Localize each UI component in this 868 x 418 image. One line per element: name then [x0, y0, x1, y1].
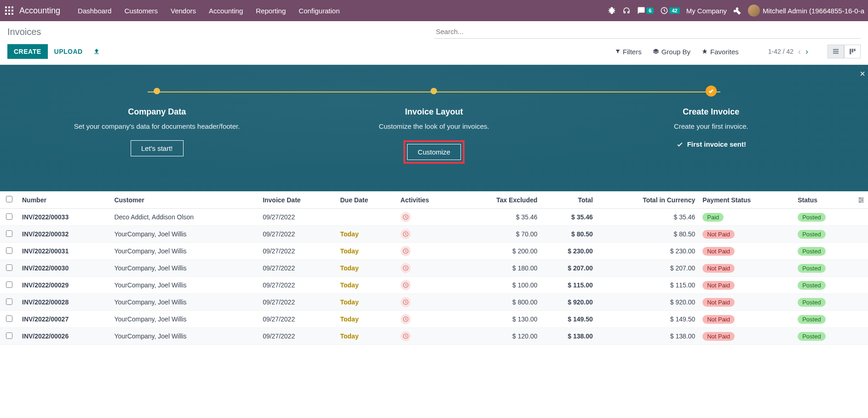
clock-icon[interactable]: [401, 297, 411, 307]
select-all-checkbox[interactable]: [6, 196, 12, 202]
cell-customer: YourCompany, Joel Willis: [110, 311, 259, 328]
step-done-text: First invoice sent!: [624, 140, 799, 148]
col-due-date[interactable]: Due Date: [337, 191, 397, 209]
cell-invoice-date: 09/27/2022: [259, 277, 336, 294]
cell-activities: [397, 209, 459, 226]
row-checkbox[interactable]: [6, 315, 12, 322]
clock-icon[interactable]: [401, 280, 411, 290]
company-switcher[interactable]: My Company: [686, 7, 727, 15]
nav-item-vendors[interactable]: Vendors: [164, 1, 202, 20]
row-checkbox[interactable]: [6, 281, 12, 288]
row-checkbox[interactable]: [6, 298, 12, 305]
nav-item-dashboard[interactable]: Dashboard: [71, 1, 118, 20]
apps-icon[interactable]: [4, 5, 15, 16]
clock-icon[interactable]: [401, 212, 411, 222]
table-row[interactable]: INV/2022/00033Deco Addict, Addison Olson…: [0, 209, 868, 226]
svg-rect-17: [858, 198, 864, 198]
col-number[interactable]: Number: [18, 191, 110, 209]
col-payment-status[interactable]: Payment Status: [699, 191, 794, 209]
nav-item-configuration[interactable]: Configuration: [292, 1, 346, 20]
table-row[interactable]: INV/2022/00027YourCompany, Joel Willis09…: [0, 311, 868, 328]
due-date-value: Today: [340, 298, 359, 306]
user-menu[interactable]: Mitchell Admin (19664855-16-0-a: [748, 5, 864, 17]
cell-customer: Deco Addict, Addison Olson: [110, 209, 259, 226]
cell-number: INV/2022/00026: [18, 328, 110, 345]
cell-total-currency: $ 230.00: [597, 243, 699, 260]
table-row[interactable]: INV/2022/00026YourCompany, Joel Willis09…: [0, 328, 868, 345]
row-checkbox[interactable]: [6, 230, 12, 237]
nav-item-customers[interactable]: Customers: [118, 1, 164, 20]
svg-rect-2: [11, 6, 13, 8]
table-row[interactable]: INV/2022/00031YourCompany, Joel Willis09…: [0, 243, 868, 260]
column-settings-icon[interactable]: [854, 191, 868, 209]
payment-badge: Not Paid: [702, 281, 735, 290]
list-view-button[interactable]: [828, 45, 844, 58]
favorites-label: Favorites: [710, 48, 739, 56]
clock-icon[interactable]: [401, 314, 411, 324]
cell-invoice-date: 09/27/2022: [259, 294, 336, 311]
col-status[interactable]: Status: [794, 191, 854, 209]
svg-rect-19: [858, 201, 864, 202]
row-checkbox[interactable]: [6, 247, 12, 254]
pager-value[interactable]: 1-42 / 42: [768, 48, 793, 55]
col-total-currency[interactable]: Total in Currency: [597, 191, 699, 209]
filters-button[interactable]: Filters: [615, 48, 642, 56]
cell-total: $ 115.00: [541, 277, 597, 294]
clock-icon[interactable]: [401, 263, 411, 273]
row-checkbox[interactable]: [6, 213, 12, 220]
cell-activities: [397, 226, 459, 243]
col-tax-excluded[interactable]: Tax Excluded: [458, 191, 541, 209]
cell-status: Posted: [794, 243, 854, 260]
table-row[interactable]: INV/2022/00028YourCompany, Joel Willis09…: [0, 294, 868, 311]
step-dot: [154, 88, 160, 94]
invoice-list: Number Customer Invoice Date Due Date Ac…: [0, 191, 868, 345]
create-button[interactable]: CREATE: [7, 44, 48, 59]
clock-icon[interactable]: [401, 229, 411, 239]
app-brand[interactable]: Accounting: [19, 6, 60, 16]
cell-tax-excluded: $ 200.00: [458, 243, 541, 260]
clock-icon[interactable]: [401, 331, 411, 341]
clock-icon[interactable]: [401, 246, 411, 256]
upload-icon[interactable]: [93, 48, 100, 55]
messages-icon[interactable]: 6: [637, 6, 654, 15]
activities-icon[interactable]: 42: [660, 6, 679, 15]
cell-due-date: Today: [337, 226, 397, 243]
col-total[interactable]: Total: [541, 191, 597, 209]
support-icon[interactable]: [622, 6, 631, 15]
cell-total: $ 207.00: [541, 260, 597, 277]
pager-prev[interactable]: ‹: [798, 47, 801, 57]
row-checkbox[interactable]: [6, 332, 12, 339]
col-invoice-date[interactable]: Invoice Date: [259, 191, 336, 209]
table-row[interactable]: INV/2022/00030YourCompany, Joel Willis09…: [0, 260, 868, 277]
debug-icon[interactable]: [608, 6, 616, 15]
cell-total: $ 80.50: [541, 226, 597, 243]
cell-invoice-date: 09/27/2022: [259, 243, 336, 260]
nav-item-reporting[interactable]: Reporting: [249, 1, 292, 20]
activities-badge: 42: [669, 7, 679, 14]
top-navbar: Accounting Dashboard Customers Vendors A…: [0, 0, 868, 21]
onboarding-step-company: Company Data Set your company's data for…: [69, 88, 244, 156]
cell-customer: YourCompany, Joel Willis: [110, 328, 259, 345]
search-input[interactable]: [434, 25, 861, 39]
col-activities[interactable]: Activities: [397, 191, 459, 209]
groupby-button[interactable]: Group By: [653, 48, 690, 56]
cell-number: INV/2022/00029: [18, 277, 110, 294]
highlight-box: Customize: [403, 140, 465, 164]
nav-item-accounting[interactable]: Accounting: [202, 1, 249, 20]
cell-total-currency: $ 35.46: [597, 209, 699, 226]
cell-payment-status: Not Paid: [699, 226, 794, 243]
cell-payment-status: Not Paid: [699, 328, 794, 345]
svg-rect-1: [8, 6, 10, 8]
col-customer[interactable]: Customer: [110, 191, 259, 209]
row-checkbox[interactable]: [6, 264, 12, 271]
lets-start-button[interactable]: Let's start!: [131, 140, 184, 156]
kanban-view-button[interactable]: [844, 45, 861, 58]
step-desc: Customize the look of your invoices.: [346, 121, 521, 131]
table-row[interactable]: INV/2022/00029YourCompany, Joel Willis09…: [0, 277, 868, 294]
pager-next[interactable]: ›: [805, 47, 808, 57]
tools-icon[interactable]: [733, 6, 742, 15]
table-row[interactable]: INV/2022/00032YourCompany, Joel Willis09…: [0, 226, 868, 243]
favorites-button[interactable]: Favorites: [701, 48, 739, 56]
upload-button[interactable]: UPLOAD: [48, 44, 89, 59]
customize-button[interactable]: Customize: [407, 144, 461, 160]
